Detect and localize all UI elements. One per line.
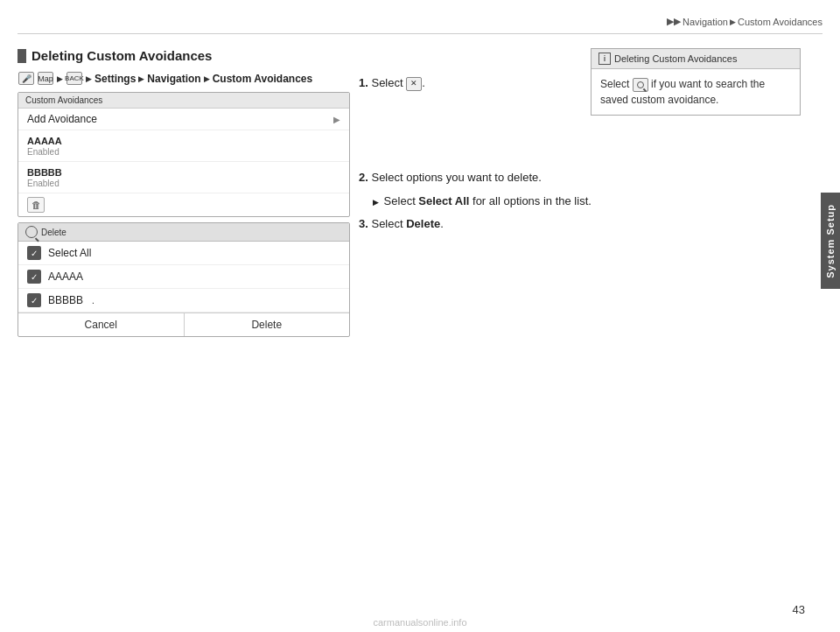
delete-aaaaa-row[interactable]: AAAAA bbox=[18, 265, 349, 289]
delete-aaaaa-label: AAAAA bbox=[48, 270, 83, 283]
panel2-header-label: Delete bbox=[41, 228, 66, 237]
watermark: carmanualsonline.info bbox=[373, 617, 466, 628]
delete-icon-row: 🗑 bbox=[18, 193, 349, 216]
system-setup-tab[interactable]: System Setup bbox=[821, 193, 840, 289]
breadcrumb-navigation: Navigation bbox=[682, 17, 728, 27]
mic-icon: 🎤 bbox=[18, 72, 34, 85]
path-arrow2: ▶ bbox=[86, 74, 92, 83]
aaaaa-title: AAAAA bbox=[27, 136, 62, 146]
step2-num: 2. bbox=[359, 171, 368, 184]
search-circle bbox=[637, 81, 644, 88]
system-setup-label: System Setup bbox=[825, 204, 836, 278]
select-all-row[interactable]: Select All bbox=[18, 242, 349, 265]
delete-bbbbb-label: BBBBB bbox=[48, 294, 83, 306]
aaaaa-status: Enabled bbox=[27, 147, 62, 157]
delete-bbbbb-row[interactable]: BBBBB . bbox=[18, 289, 349, 312]
step-2: 2. Select options you want to delete. bbox=[359, 169, 801, 186]
trash-icon[interactable]: 🗑 bbox=[27, 197, 45, 213]
header-divider bbox=[18, 33, 822, 34]
info-box-body: Select if you want to search the saved c… bbox=[592, 69, 800, 115]
search-icon[interactable] bbox=[25, 226, 38, 238]
aaaaa-checkbox[interactable] bbox=[27, 270, 41, 284]
bbbbb-checkbox[interactable] bbox=[27, 293, 41, 307]
back-icon: BACK bbox=[66, 72, 82, 85]
navigation-label: Navigation bbox=[147, 73, 200, 85]
section-title-text: Deleting Custom Avoidances bbox=[32, 48, 212, 63]
step-2-sub: ▶ Select Select All for all options in t… bbox=[373, 193, 801, 210]
breadcrumb: ▶▶ Navigation ▶ Custom Avoidances bbox=[667, 16, 822, 27]
step-3: 3. Select Delete. bbox=[359, 215, 801, 233]
map-icon: Map bbox=[38, 72, 53, 85]
title-bar-decoration bbox=[18, 49, 26, 63]
breadcrumb-arrows: ▶▶ bbox=[667, 16, 681, 27]
main-content: Deleting Custom Avoidances 🎤 Map ▶ BACK … bbox=[18, 48, 801, 597]
section-title: Deleting Custom Avoidances bbox=[18, 48, 350, 63]
select-all-checkbox[interactable] bbox=[27, 246, 41, 260]
info-box: i Deleting Custom Avoidances Select if y… bbox=[591, 48, 801, 116]
info-body-select: Select bbox=[600, 78, 633, 90]
step3-num: 3. bbox=[359, 217, 368, 230]
delete-panel: Delete Select All AAAAA BBBBB . Cancel D… bbox=[18, 222, 350, 337]
select-all-label: Select All bbox=[48, 247, 91, 259]
right-column: 1. Select ✕. 2. Select options you want … bbox=[359, 48, 801, 239]
info-search-icon bbox=[633, 78, 648, 92]
breadcrumb-arrow1: ▶ bbox=[730, 18, 736, 26]
cancel-button[interactable]: Cancel bbox=[18, 313, 185, 336]
info-box-title: Deleting Custom Avoidances bbox=[614, 53, 737, 64]
breadcrumb-custom-avoidances: Custom Avoidances bbox=[738, 17, 822, 27]
add-avoidance-row[interactable]: Add Avoidance ▶ bbox=[18, 109, 349, 130]
custom-avoidances-panel: Custom Avoidances Add Avoidance ▶ AAAAA … bbox=[18, 92, 350, 217]
step1-num: 1. bbox=[359, 76, 368, 89]
panel-footer: Cancel Delete bbox=[18, 312, 349, 336]
bbbbb-info: BBBBB Enabled bbox=[27, 166, 62, 188]
aaaaa-row[interactable]: AAAAA Enabled bbox=[18, 130, 349, 162]
bbbbb-dot: . bbox=[92, 296, 94, 305]
info-icon: i bbox=[598, 53, 611, 65]
step2-arrow: ▶ bbox=[373, 198, 379, 207]
nav-path: 🎤 Map ▶ BACK ▶ Settings ▶ Navigation ▶ C… bbox=[18, 72, 350, 85]
add-avoidance-label: Add Avoidance bbox=[27, 113, 97, 125]
step1-icon: ✕ bbox=[406, 77, 422, 91]
bbbbb-title: BBBBB bbox=[27, 167, 62, 178]
info-box-header: i Deleting Custom Avoidances bbox=[592, 49, 800, 69]
add-avoidance-arrow: ▶ bbox=[333, 115, 340, 124]
path-arrow1: ▶ bbox=[57, 74, 63, 83]
page-number: 43 bbox=[793, 603, 805, 616]
settings-label: Settings bbox=[94, 73, 136, 85]
path-arrow3: ▶ bbox=[138, 74, 144, 83]
panel2-header: Delete bbox=[18, 223, 349, 242]
panel1-header: Custom Avoidances bbox=[18, 93, 349, 109]
path-arrow4: ▶ bbox=[204, 74, 210, 83]
bbbbb-row[interactable]: BBBBB Enabled bbox=[18, 162, 349, 193]
bbbbb-status: Enabled bbox=[27, 179, 62, 188]
custom-avoidances-label: Custom Avoidances bbox=[213, 73, 312, 85]
delete-button[interactable]: Delete bbox=[185, 313, 350, 336]
left-column: Deleting Custom Avoidances 🎤 Map ▶ BACK … bbox=[18, 48, 350, 342]
aaaaa-info: AAAAA Enabled bbox=[27, 135, 62, 157]
